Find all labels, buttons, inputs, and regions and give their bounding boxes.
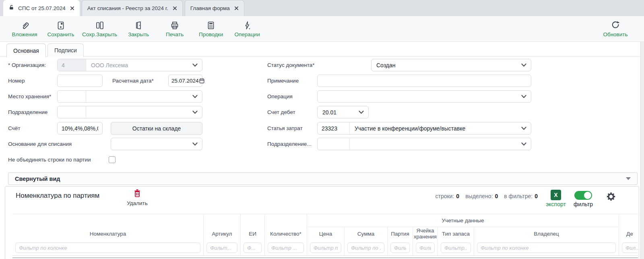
writeoff-basis-select[interactable] bbox=[111, 138, 202, 150]
filter-cell bbox=[12, 241, 204, 255]
calculator-icon bbox=[206, 20, 216, 31]
refresh-button[interactable]: Обновить bbox=[601, 16, 630, 41]
close-button[interactable]: Закрыть bbox=[124, 16, 153, 41]
window-tab-label: Акт списания - Реестр за 2024 г. bbox=[87, 5, 168, 11]
group-spacer bbox=[619, 214, 638, 227]
postings-button[interactable]: Проводки bbox=[196, 16, 226, 41]
status-value: Создан bbox=[372, 62, 521, 68]
filter-input-price[interactable] bbox=[310, 242, 341, 253]
rows-count: 0 bbox=[456, 193, 459, 199]
grid-group-row: Учетные данные bbox=[12, 214, 638, 227]
column-header-storage-cell[interactable]: Ячейка хранения bbox=[413, 227, 438, 241]
filter-input-unit[interactable] bbox=[244, 242, 262, 253]
filter-input-sum[interactable] bbox=[347, 242, 384, 253]
status-label: Статус документа* bbox=[267, 59, 315, 71]
column-header-price[interactable]: Цена bbox=[307, 227, 345, 241]
group-spacer bbox=[241, 214, 265, 227]
column-header-nomenclature[interactable]: Номенклатура bbox=[12, 227, 204, 241]
filter-input-nomenclature[interactable] bbox=[15, 242, 200, 253]
excel-export-button[interactable]: X экспорт bbox=[545, 190, 567, 207]
calc-date-value: 25.07.2024 bbox=[171, 78, 199, 84]
collapsed-view-bar[interactable]: Свернутый вид bbox=[8, 172, 638, 185]
filter-input-owner[interactable] bbox=[477, 242, 616, 253]
window-tab-document[interactable]: СПС от 25.07.2024 bbox=[3, 0, 80, 16]
export-label: экспорт bbox=[546, 201, 566, 207]
close-icon[interactable] bbox=[173, 6, 177, 10]
refresh-label: Обновить bbox=[603, 31, 627, 37]
account-input[interactable] bbox=[57, 122, 103, 135]
no-merge-label: Не объединять строки по партии bbox=[8, 153, 91, 166]
toolbar: Вложения Сохранить Сохр.Закрыть Закрыть … bbox=[0, 16, 644, 42]
division2-select[interactable] bbox=[317, 138, 531, 150]
group-header-accounting: Учетные данные bbox=[307, 214, 619, 227]
note-label: Примечание bbox=[267, 75, 299, 87]
toggle-switch[interactable] bbox=[574, 191, 592, 200]
filtered-counter: в фильтре:0 bbox=[504, 193, 538, 199]
window-tab-main-form[interactable]: Главная форма bbox=[185, 0, 244, 16]
column-header-stock-type[interactable]: Тип запаса bbox=[438, 227, 474, 241]
no-merge-checkbox[interactable] bbox=[109, 156, 116, 163]
filter-cell bbox=[388, 241, 413, 255]
column-header-sum[interactable]: Сумма bbox=[345, 227, 388, 241]
save-label: Сохранить bbox=[47, 31, 74, 37]
calendar-icon[interactable] bbox=[199, 78, 205, 84]
window-tab-register[interactable]: Акт списания - Реестр за 2024 г. bbox=[82, 0, 183, 16]
grid-settings-button[interactable] bbox=[606, 191, 616, 203]
paperclip-icon bbox=[20, 20, 30, 31]
grid-label-row: Номенклатура Артикул ЕИ Количество* Цена… bbox=[12, 227, 638, 241]
close-icon[interactable] bbox=[70, 6, 74, 10]
note-input[interactable] bbox=[317, 75, 531, 87]
filter-input-quantity[interactable] bbox=[268, 242, 304, 253]
number-input[interactable] bbox=[57, 75, 103, 87]
filter-cell bbox=[619, 241, 638, 255]
filter-input-stock-type[interactable] bbox=[441, 242, 471, 253]
attachments-label: Вложения bbox=[12, 31, 37, 37]
delete-button[interactable]: Удалить bbox=[121, 189, 153, 206]
column-header-owner[interactable]: Владелец bbox=[474, 227, 619, 241]
printer-icon bbox=[170, 20, 180, 31]
status-select[interactable]: Создан bbox=[371, 59, 531, 71]
tab-signatures[interactable]: Подписи bbox=[47, 44, 84, 57]
debit-account-select[interactable]: 20.01 bbox=[317, 106, 369, 118]
filter-input-article[interactable] bbox=[206, 242, 237, 253]
column-header-batch[interactable]: Партия bbox=[388, 227, 413, 241]
cost-item-select[interactable]: 23323 Участие в конференции/форуме/выста… bbox=[317, 122, 531, 135]
column-header-article[interactable]: Артикул bbox=[204, 227, 241, 241]
selected-count: 0 bbox=[495, 193, 498, 199]
division-select[interactable] bbox=[57, 106, 202, 118]
print-button[interactable]: Печать bbox=[160, 16, 190, 41]
organization-select[interactable]: 4 ООО Лексема bbox=[57, 59, 202, 71]
tab-main[interactable]: Основная bbox=[6, 44, 46, 58]
nomenclature-grid-panel: Номенклатура по партиям Удалить строки:0… bbox=[5, 186, 639, 259]
delete-label: Удалить bbox=[127, 200, 148, 206]
save-icon bbox=[56, 20, 66, 31]
save-close-button[interactable]: Сохр.Закрыть bbox=[82, 16, 117, 41]
grid-title: Номенклатура по партиям bbox=[16, 192, 99, 200]
division-label: Подразделение bbox=[8, 106, 47, 118]
operations-button[interactable]: Операции bbox=[232, 16, 262, 41]
filter-input-storage-cell[interactable] bbox=[416, 242, 435, 253]
chevron-down-icon bbox=[521, 63, 526, 67]
chevron-down-icon bbox=[521, 95, 526, 98]
column-header-unit[interactable]: ЕИ bbox=[241, 227, 265, 241]
close-icon[interactable] bbox=[234, 6, 239, 10]
filter-cell bbox=[307, 241, 345, 255]
grid-header: Учетные данные Номенклатура Артикул ЕИ К… bbox=[12, 214, 638, 256]
chevron-down-icon bbox=[192, 63, 198, 67]
calc-date-input[interactable]: 25.07.2024 bbox=[168, 75, 202, 87]
column-header-de[interactable]: Де bbox=[619, 227, 638, 241]
cost-item-code: 23323 bbox=[318, 122, 350, 134]
save-button[interactable]: Сохранить bbox=[46, 16, 76, 41]
filter-toggle[interactable]: фильтр bbox=[570, 191, 596, 207]
operation-select[interactable] bbox=[317, 90, 531, 103]
organization-label: * Организация: bbox=[8, 59, 46, 71]
filter-cell bbox=[345, 241, 388, 255]
filter-input-de[interactable] bbox=[622, 242, 638, 253]
storage-place-select[interactable] bbox=[57, 90, 202, 103]
stock-balance-button[interactable]: Остатки на складе bbox=[111, 122, 202, 135]
column-header-quantity[interactable]: Количество* bbox=[265, 227, 307, 241]
attachments-button[interactable]: Вложения bbox=[10, 16, 39, 41]
filter-input-batch[interactable] bbox=[390, 242, 410, 253]
storage-place-code bbox=[58, 91, 86, 102]
calc-date-label: Расчетная дата* bbox=[112, 75, 154, 87]
